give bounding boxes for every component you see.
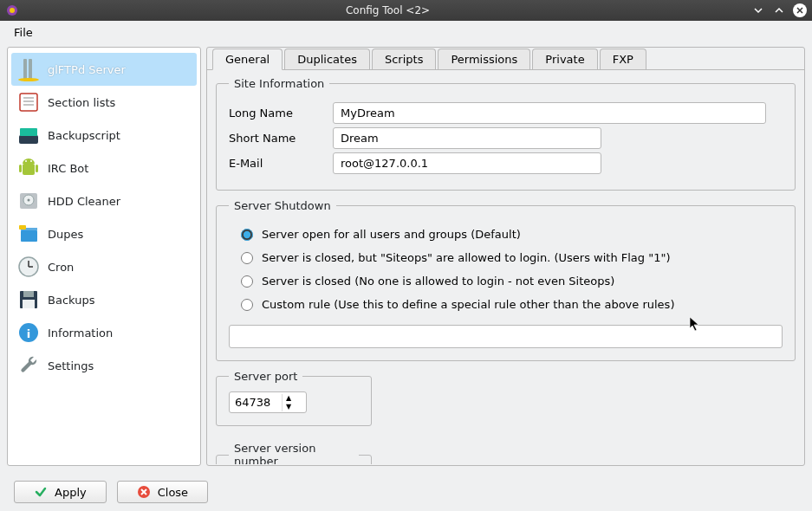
sidebar-item-label: Backupscript: [48, 129, 120, 142]
legend-site-information: Site Information: [229, 77, 329, 90]
sidebar-item-label: Dupes: [48, 228, 83, 241]
svg-point-1: [10, 8, 15, 13]
sidebar-item-label: HDD Cleaner: [48, 195, 120, 208]
port-step-up[interactable]: ▲: [283, 394, 295, 403]
legend-server-shutdown: Server Shutdown: [229, 199, 336, 212]
tab-bar: General Duplicates Scripts Permissions P…: [212, 48, 804, 69]
menubar: File: [0, 21, 812, 43]
input-short-name[interactable]: [333, 127, 601, 149]
svg-rect-9: [19, 135, 38, 144]
svg-rect-19: [21, 230, 37, 242]
svg-rect-10: [20, 128, 37, 136]
sidebar-item-backups[interactable]: Backups: [11, 283, 197, 316]
sidebar-item-label: Cron: [48, 261, 74, 274]
sidebar-item-label: Information: [48, 327, 113, 340]
svg-point-4: [18, 78, 39, 81]
server-icon: [16, 57, 41, 81]
sidebar-item-cron[interactable]: Cron: [11, 250, 197, 283]
close-label: Close: [158, 486, 188, 499]
label-email: E-Mail: [229, 157, 333, 170]
radio-label-custom: Custom rule (Use this to define a specia…: [262, 298, 674, 311]
tab-duplicates[interactable]: Duplicates: [284, 49, 370, 70]
svg-rect-3: [29, 59, 32, 80]
sidebar-item-irc-bot[interactable]: IRC Bot: [11, 152, 197, 184]
sidebar-item-label: Section lists: [48, 96, 115, 109]
folder-stack-icon: [16, 222, 41, 246]
spinner-server-port[interactable]: ▲ ▼: [229, 391, 307, 413]
close-window-button[interactable]: [793, 3, 807, 17]
legend-server-version: Server version number: [229, 442, 359, 464]
check-icon: [34, 485, 48, 499]
svg-rect-11: [23, 164, 35, 175]
radio-label-open: Server open for all users and groups (De…: [262, 228, 521, 241]
sidebar: glFTPd Server Section lists Backupscript…: [7, 47, 201, 466]
clock-icon: [16, 255, 41, 279]
tab-fxp[interactable]: FXP: [600, 49, 646, 70]
input-long-name[interactable]: [333, 102, 766, 124]
sidebar-item-hdd-cleaner[interactable]: HDD Cleaner: [11, 184, 197, 217]
tab-general[interactable]: General: [212, 49, 283, 70]
svg-rect-26: [23, 291, 34, 297]
legend-server-port: Server port: [229, 370, 302, 383]
sidebar-item-label: Settings: [48, 359, 94, 372]
sidebar-item-label: glFTPd Server: [48, 63, 126, 76]
sidebar-item-dupes[interactable]: Dupes: [11, 217, 197, 250]
sidebar-item-backupscript[interactable]: Backupscript: [11, 119, 197, 152]
wrench-icon: [16, 353, 41, 378]
group-server-port: Server port ▲ ▼: [216, 370, 372, 426]
label-short-name: Short Name: [229, 132, 333, 145]
svg-rect-5: [20, 94, 37, 111]
sidebar-item-label: IRC Bot: [48, 162, 88, 175]
group-site-information: Site Information Long Name Short Name E-…: [216, 77, 796, 191]
input-server-port[interactable]: [230, 392, 282, 412]
close-icon: [137, 485, 151, 499]
sidebar-item-section-lists[interactable]: Section lists: [11, 86, 197, 119]
scanner-icon: [16, 123, 41, 147]
minimize-button[interactable]: [751, 3, 765, 17]
sidebar-item-settings[interactable]: Settings: [11, 349, 197, 382]
sidebar-item-information[interactable]: i Information: [11, 316, 197, 349]
radio-label-siteops: Server is closed, but "Siteops" are allo…: [262, 251, 671, 264]
list-icon: [16, 90, 41, 114]
input-custom-rule[interactable]: [229, 325, 783, 348]
svg-rect-2: [23, 59, 27, 80]
tab-private[interactable]: Private: [532, 49, 597, 70]
maximize-button[interactable]: [772, 3, 786, 17]
close-button[interactable]: Close: [117, 481, 208, 503]
sidebar-item-label: Backups: [48, 294, 94, 307]
info-icon: i: [16, 320, 41, 345]
floppy-icon: [16, 288, 41, 312]
radio-shutdown-open[interactable]: [241, 229, 253, 241]
sidebar-item-glftpd-server[interactable]: glFTPd Server: [11, 53, 197, 86]
tab-permissions[interactable]: Permissions: [438, 49, 530, 70]
svg-text:i: i: [27, 327, 30, 340]
svg-point-12: [25, 160, 27, 162]
radio-shutdown-siteops[interactable]: [241, 252, 253, 264]
apply-label: Apply: [55, 486, 87, 499]
apply-button[interactable]: Apply: [14, 481, 107, 503]
android-icon: [16, 156, 41, 180]
group-server-shutdown: Server Shutdown Server open for all user…: [216, 199, 796, 361]
radio-shutdown-custom[interactable]: [241, 299, 253, 311]
titlebar: Config Tool <2>: [0, 0, 812, 21]
bottom-bar: Apply Close: [0, 473, 812, 511]
radio-label-closed: Server is closed (No one is allowed to l…: [262, 275, 614, 288]
radio-shutdown-closed[interactable]: [241, 275, 253, 288]
svg-rect-15: [36, 165, 38, 172]
hdd-icon: [16, 189, 41, 213]
menu-file[interactable]: File: [7, 24, 40, 41]
tab-scripts[interactable]: Scripts: [372, 49, 436, 70]
svg-rect-14: [19, 165, 22, 172]
tab-pane-general: Site Information Long Name Short Name E-…: [207, 69, 804, 464]
group-server-version: Server version number 2.10a: [216, 442, 372, 464]
content-pane: General Duplicates Scripts Permissions P…: [206, 47, 805, 466]
svg-point-18: [28, 199, 30, 202]
input-email[interactable]: [333, 152, 601, 174]
main-area: glFTPd Server Section lists Backupscript…: [0, 43, 812, 473]
svg-rect-21: [19, 225, 26, 230]
svg-point-13: [30, 160, 32, 162]
label-long-name: Long Name: [229, 107, 333, 120]
window-title: Config Tool <2>: [24, 4, 751, 16]
port-step-down[interactable]: ▼: [283, 403, 295, 411]
app-icon: [5, 3, 19, 17]
